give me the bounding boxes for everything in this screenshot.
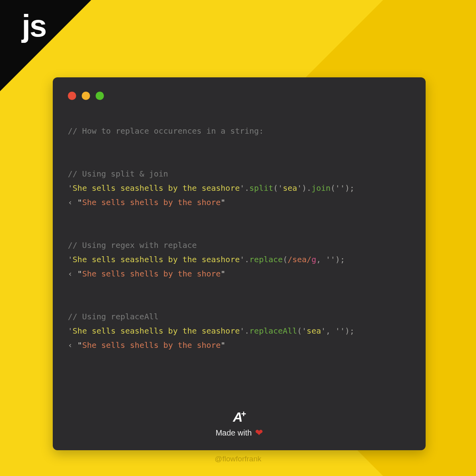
code-line-replace-all: 'She sells seashells by the seashore'.re…	[68, 326, 355, 336]
output-line-2: ‹ "She sells shells by the shore"	[68, 269, 225, 278]
comment-split-join: // Using split & join	[68, 169, 168, 178]
maximize-icon[interactable]	[96, 92, 104, 100]
minimize-icon[interactable]	[82, 92, 90, 100]
code-line-regex: 'She sells seashells by the seashore'.re…	[68, 255, 345, 264]
terminal-footer: A+ Made with ❤	[53, 407, 426, 440]
code-line-split-join: 'She sells seashells by the seashore'.sp…	[68, 183, 355, 193]
comment-replace-all: // Using replaceAll	[68, 312, 159, 321]
heart-icon: ❤	[255, 428, 263, 438]
author-handle: @flowforfrank	[0, 455, 476, 463]
output-line-3: ‹ "She sells shells by the shore"	[68, 340, 225, 350]
code-terminal: // How to replace occurences in a string…	[53, 77, 426, 450]
output-line-1: ‹ "She sells shells by the shore"	[68, 198, 225, 207]
comment-regex: // Using regex with replace	[68, 240, 197, 250]
js-corner-label: js	[22, 8, 46, 44]
made-with-label: Made with ❤	[215, 426, 263, 440]
close-icon[interactable]	[68, 92, 76, 100]
code-block: // How to replace occurences in a string…	[68, 109, 411, 367]
window-controls	[68, 92, 411, 100]
footer-logo: A+	[53, 407, 426, 424]
comment-title: // How to replace occurences in a string…	[68, 126, 264, 136]
